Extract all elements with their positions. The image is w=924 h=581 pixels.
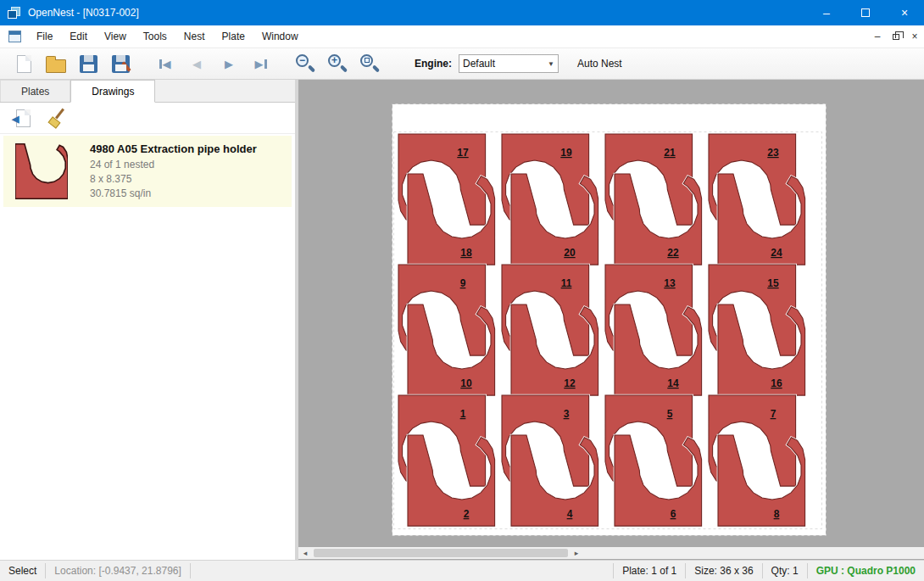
save-as-button[interactable] — [107, 51, 134, 76]
panel-toolbar: ◀ — [0, 103, 295, 134]
part-label: 12 — [564, 377, 576, 389]
part-label: 2 — [464, 508, 470, 520]
mdi-close-icon: × — [911, 31, 917, 42]
nav-last-button[interactable]: ▶ — [248, 52, 274, 75]
status-separator — [190, 563, 191, 578]
mdi-restore-button[interactable] — [887, 27, 905, 46]
window-title: OpenNest - [N0317-002] — [28, 7, 807, 19]
app-icon-front — [8, 10, 17, 19]
open-folder-icon — [46, 59, 66, 73]
menu-tools[interactable]: Tools — [135, 25, 175, 48]
nav-first-button[interactable]: ◀ — [152, 52, 177, 75]
status-plate: Plate: 1 of 1 — [614, 563, 685, 578]
nav-prev-icon: ◀ — [192, 58, 201, 70]
status-qty: Qty: 1 — [763, 563, 807, 578]
engine-value: Default — [463, 58, 548, 70]
maximize-button[interactable] — [846, 0, 885, 25]
part-label: 22 — [667, 247, 679, 259]
part-label: 16 — [771, 377, 782, 389]
menu-nest[interactable]: Nest — [175, 25, 214, 48]
menu-plate[interactable]: Plate — [214, 25, 253, 48]
mdi-minimize-button[interactable]: – — [868, 27, 887, 46]
main-area: Plates Drawings ◀ 4980 A05 Extraction pi… — [0, 80, 924, 560]
mdi-close-button[interactable]: × — [905, 27, 924, 46]
maximize-icon — [861, 8, 870, 17]
close-icon: × — [901, 6, 908, 20]
nest-plate-svg: 171819202122232491011121314151612345678 — [392, 103, 827, 536]
menu-view[interactable]: View — [96, 25, 135, 48]
part-label: 19 — [560, 147, 572, 159]
broom-icon — [46, 108, 68, 130]
part-label: 15 — [767, 277, 779, 289]
status-location: Location: [-0.9437, 21.8796] — [46, 563, 189, 578]
left-panel: Plates Drawings ◀ 4980 A05 Extraction pi… — [0, 80, 295, 560]
part-label: 5 — [667, 408, 673, 420]
save-button[interactable] — [75, 51, 102, 76]
app-window: OpenNest - [N0317-002] – × File Edit Vie… — [0, 0, 924, 581]
part-label: 18 — [460, 247, 472, 259]
drawing-info: 4980 A05 Extraction pipe holder 24 of 1 … — [90, 142, 257, 201]
zoom-fit-icon — [359, 53, 381, 75]
broom-head — [48, 116, 61, 128]
scroll-right-arrow[interactable]: ▸ — [570, 547, 583, 559]
status-bar: Select Location: [-0.9437, 21.8796] Plat… — [0, 560, 924, 581]
zoom-out-handle — [308, 64, 315, 72]
save-as-icon — [112, 55, 130, 73]
first-bar-icon — [159, 59, 162, 69]
drawing-nested-count: 24 of 1 nested — [90, 158, 257, 172]
new-file-icon — [17, 55, 31, 73]
mdi-restore-icon — [893, 34, 899, 40]
chevron-down-icon: ▼ — [548, 60, 554, 68]
mdi-minimize-icon: – — [875, 31, 881, 42]
menu-window[interactable]: Window — [253, 25, 307, 48]
new-button[interactable] — [10, 51, 37, 76]
minimize-button[interactable]: – — [807, 0, 846, 25]
thumbnail-part-shape — [15, 144, 68, 199]
part-label: 24 — [771, 247, 782, 259]
part-label: 7 — [771, 408, 776, 420]
pencil-icon — [121, 61, 131, 72]
caption-buttons: – × — [807, 0, 924, 25]
drawing-list-item[interactable]: 4980 A05 Extraction pipe holder 24 of 1 … — [3, 136, 292, 207]
nest-canvas[interactable]: 171819202122232491011121314151612345678 … — [298, 80, 924, 560]
part-label: 13 — [664, 277, 676, 289]
part-label: 21 — [664, 147, 676, 159]
nav-first-icon: ◀ — [163, 58, 171, 70]
zoom-out-button[interactable]: − — [292, 51, 319, 76]
app-icon — [8, 6, 21, 20]
save-icon — [80, 55, 97, 73]
tab-drawings[interactable]: Drawings — [70, 80, 155, 103]
zoom-in-button[interactable]: + — [324, 51, 351, 76]
zoom-in-lens: + — [328, 54, 341, 67]
menu-edit[interactable]: Edit — [61, 25, 96, 48]
scroll-left-arrow[interactable]: ◂ — [298, 547, 312, 559]
clear-drawings-button[interactable] — [42, 106, 71, 131]
auto-nest-label[interactable]: Auto Nest — [577, 58, 622, 70]
open-button[interactable] — [42, 51, 70, 76]
part-label: 8 — [774, 508, 780, 520]
drawing-title: 4980 A05 Extraction pipe holder — [90, 142, 257, 155]
tab-plates[interactable]: Plates — [0, 80, 70, 102]
document-icon — [8, 31, 21, 42]
close-button[interactable]: × — [885, 0, 924, 25]
panel-tabs: Plates Drawings — [0, 80, 295, 103]
part-label: 20 — [564, 247, 576, 259]
nav-next-icon: ▶ — [225, 58, 233, 70]
zoom-fit-handle — [372, 64, 380, 72]
part-label: 11 — [561, 277, 572, 289]
horizontal-scrollbar[interactable]: ◂ ▸ — [298, 547, 924, 559]
nav-prev-button[interactable]: ◀ — [184, 52, 209, 75]
scrollbar-thumb[interactable] — [314, 549, 568, 557]
menu-bar: File Edit View Tools Nest Plate Window –… — [0, 25, 924, 48]
zoom-fit-button[interactable] — [356, 51, 383, 76]
mdi-child-buttons: – × — [868, 25, 924, 48]
menu-file[interactable]: File — [28, 25, 61, 48]
engine-select[interactable]: Default ▼ — [459, 54, 559, 73]
nav-next-button[interactable]: ▶ — [216, 52, 242, 75]
status-gpu: GPU : Quadro P1000 — [808, 563, 924, 578]
import-drawing-button[interactable]: ◀ — [8, 106, 37, 131]
part-label: 14 — [667, 377, 679, 389]
status-size: Size: 36 x 36 — [686, 563, 761, 578]
status-mode: Select — [0, 563, 45, 578]
main-toolbar: ◀ ◀ ▶ ▶ − + Engine: Default ▼ Auto Nest — [0, 48, 924, 80]
